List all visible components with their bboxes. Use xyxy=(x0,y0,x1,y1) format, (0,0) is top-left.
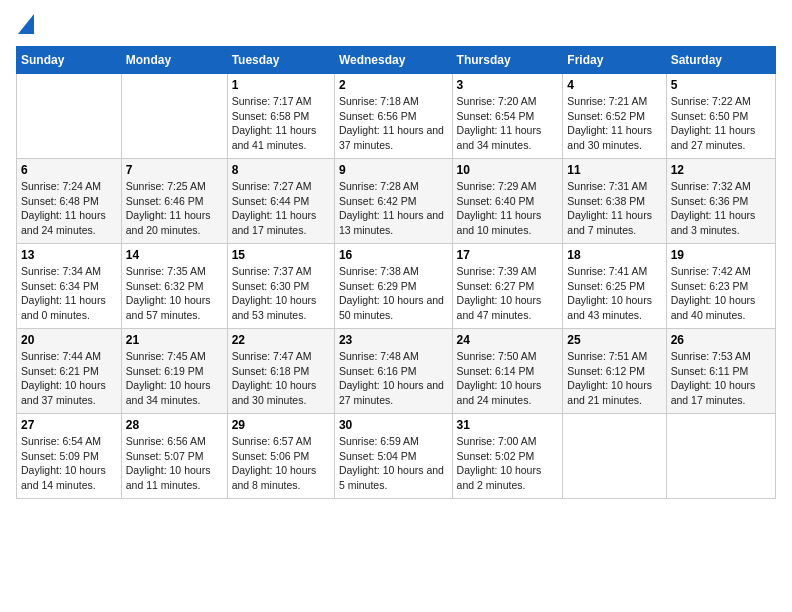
day-info: Sunrise: 7:51 AM Sunset: 6:12 PM Dayligh… xyxy=(567,349,661,408)
calendar-cell: 6Sunrise: 7:24 AM Sunset: 6:48 PM Daylig… xyxy=(17,159,122,244)
calendar-cell: 5Sunrise: 7:22 AM Sunset: 6:50 PM Daylig… xyxy=(666,74,775,159)
day-info: Sunrise: 7:47 AM Sunset: 6:18 PM Dayligh… xyxy=(232,349,330,408)
day-number: 19 xyxy=(671,248,771,262)
day-info: Sunrise: 7:50 AM Sunset: 6:14 PM Dayligh… xyxy=(457,349,559,408)
day-number: 11 xyxy=(567,163,661,177)
day-number: 3 xyxy=(457,78,559,92)
weekday-header: Thursday xyxy=(452,47,563,74)
weekday-header-row: SundayMondayTuesdayWednesdayThursdayFrid… xyxy=(17,47,776,74)
calendar-cell: 15Sunrise: 7:37 AM Sunset: 6:30 PM Dayli… xyxy=(227,244,334,329)
calendar-table: SundayMondayTuesdayWednesdayThursdayFrid… xyxy=(16,46,776,499)
calendar-cell: 25Sunrise: 7:51 AM Sunset: 6:12 PM Dayli… xyxy=(563,329,666,414)
weekday-header: Sunday xyxy=(17,47,122,74)
calendar-cell: 23Sunrise: 7:48 AM Sunset: 6:16 PM Dayli… xyxy=(334,329,452,414)
day-info: Sunrise: 7:37 AM Sunset: 6:30 PM Dayligh… xyxy=(232,264,330,323)
day-number: 2 xyxy=(339,78,448,92)
calendar-cell: 18Sunrise: 7:41 AM Sunset: 6:25 PM Dayli… xyxy=(563,244,666,329)
calendar-cell xyxy=(666,414,775,499)
day-info: Sunrise: 6:56 AM Sunset: 5:07 PM Dayligh… xyxy=(126,434,223,493)
day-info: Sunrise: 7:18 AM Sunset: 6:56 PM Dayligh… xyxy=(339,94,448,153)
day-info: Sunrise: 7:35 AM Sunset: 6:32 PM Dayligh… xyxy=(126,264,223,323)
day-info: Sunrise: 7:27 AM Sunset: 6:44 PM Dayligh… xyxy=(232,179,330,238)
weekday-header: Tuesday xyxy=(227,47,334,74)
calendar-cell: 28Sunrise: 6:56 AM Sunset: 5:07 PM Dayli… xyxy=(121,414,227,499)
day-info: Sunrise: 7:17 AM Sunset: 6:58 PM Dayligh… xyxy=(232,94,330,153)
calendar-cell: 19Sunrise: 7:42 AM Sunset: 6:23 PM Dayli… xyxy=(666,244,775,329)
day-number: 20 xyxy=(21,333,117,347)
calendar-cell: 7Sunrise: 7:25 AM Sunset: 6:46 PM Daylig… xyxy=(121,159,227,244)
day-number: 23 xyxy=(339,333,448,347)
day-info: Sunrise: 7:25 AM Sunset: 6:46 PM Dayligh… xyxy=(126,179,223,238)
calendar-week-row: 20Sunrise: 7:44 AM Sunset: 6:21 PM Dayli… xyxy=(17,329,776,414)
calendar-cell: 1Sunrise: 7:17 AM Sunset: 6:58 PM Daylig… xyxy=(227,74,334,159)
calendar-cell: 9Sunrise: 7:28 AM Sunset: 6:42 PM Daylig… xyxy=(334,159,452,244)
day-info: Sunrise: 7:48 AM Sunset: 6:16 PM Dayligh… xyxy=(339,349,448,408)
day-info: Sunrise: 7:45 AM Sunset: 6:19 PM Dayligh… xyxy=(126,349,223,408)
day-info: Sunrise: 7:29 AM Sunset: 6:40 PM Dayligh… xyxy=(457,179,559,238)
calendar-cell: 2Sunrise: 7:18 AM Sunset: 6:56 PM Daylig… xyxy=(334,74,452,159)
day-number: 21 xyxy=(126,333,223,347)
weekday-header: Wednesday xyxy=(334,47,452,74)
calendar-cell: 13Sunrise: 7:34 AM Sunset: 6:34 PM Dayli… xyxy=(17,244,122,329)
logo xyxy=(16,16,34,34)
calendar-cell xyxy=(17,74,122,159)
day-number: 25 xyxy=(567,333,661,347)
calendar-cell: 29Sunrise: 6:57 AM Sunset: 5:06 PM Dayli… xyxy=(227,414,334,499)
day-number: 31 xyxy=(457,418,559,432)
day-info: Sunrise: 7:31 AM Sunset: 6:38 PM Dayligh… xyxy=(567,179,661,238)
calendar-cell: 22Sunrise: 7:47 AM Sunset: 6:18 PM Dayli… xyxy=(227,329,334,414)
day-number: 29 xyxy=(232,418,330,432)
day-info: Sunrise: 7:20 AM Sunset: 6:54 PM Dayligh… xyxy=(457,94,559,153)
calendar-cell: 3Sunrise: 7:20 AM Sunset: 6:54 PM Daylig… xyxy=(452,74,563,159)
calendar-cell: 4Sunrise: 7:21 AM Sunset: 6:52 PM Daylig… xyxy=(563,74,666,159)
day-info: Sunrise: 7:34 AM Sunset: 6:34 PM Dayligh… xyxy=(21,264,117,323)
day-info: Sunrise: 7:22 AM Sunset: 6:50 PM Dayligh… xyxy=(671,94,771,153)
day-info: Sunrise: 7:53 AM Sunset: 6:11 PM Dayligh… xyxy=(671,349,771,408)
day-number: 13 xyxy=(21,248,117,262)
day-number: 22 xyxy=(232,333,330,347)
calendar-cell: 11Sunrise: 7:31 AM Sunset: 6:38 PM Dayli… xyxy=(563,159,666,244)
day-info: Sunrise: 7:21 AM Sunset: 6:52 PM Dayligh… xyxy=(567,94,661,153)
day-number: 27 xyxy=(21,418,117,432)
weekday-header: Saturday xyxy=(666,47,775,74)
calendar-week-row: 1Sunrise: 7:17 AM Sunset: 6:58 PM Daylig… xyxy=(17,74,776,159)
day-number: 17 xyxy=(457,248,559,262)
day-number: 14 xyxy=(126,248,223,262)
day-info: Sunrise: 7:24 AM Sunset: 6:48 PM Dayligh… xyxy=(21,179,117,238)
day-number: 5 xyxy=(671,78,771,92)
day-number: 7 xyxy=(126,163,223,177)
day-number: 18 xyxy=(567,248,661,262)
calendar-cell: 21Sunrise: 7:45 AM Sunset: 6:19 PM Dayli… xyxy=(121,329,227,414)
svg-marker-0 xyxy=(18,14,34,34)
day-number: 8 xyxy=(232,163,330,177)
weekday-header: Monday xyxy=(121,47,227,74)
day-number: 1 xyxy=(232,78,330,92)
day-info: Sunrise: 6:59 AM Sunset: 5:04 PM Dayligh… xyxy=(339,434,448,493)
day-info: Sunrise: 7:32 AM Sunset: 6:36 PM Dayligh… xyxy=(671,179,771,238)
day-number: 30 xyxy=(339,418,448,432)
calendar-cell: 12Sunrise: 7:32 AM Sunset: 6:36 PM Dayli… xyxy=(666,159,775,244)
day-number: 16 xyxy=(339,248,448,262)
day-info: Sunrise: 7:38 AM Sunset: 6:29 PM Dayligh… xyxy=(339,264,448,323)
calendar-cell: 31Sunrise: 7:00 AM Sunset: 5:02 PM Dayli… xyxy=(452,414,563,499)
day-number: 26 xyxy=(671,333,771,347)
day-number: 12 xyxy=(671,163,771,177)
day-number: 15 xyxy=(232,248,330,262)
day-number: 4 xyxy=(567,78,661,92)
calendar-week-row: 13Sunrise: 7:34 AM Sunset: 6:34 PM Dayli… xyxy=(17,244,776,329)
calendar-cell: 27Sunrise: 6:54 AM Sunset: 5:09 PM Dayli… xyxy=(17,414,122,499)
day-number: 10 xyxy=(457,163,559,177)
day-number: 24 xyxy=(457,333,559,347)
calendar-cell xyxy=(563,414,666,499)
day-info: Sunrise: 6:57 AM Sunset: 5:06 PM Dayligh… xyxy=(232,434,330,493)
calendar-cell: 8Sunrise: 7:27 AM Sunset: 6:44 PM Daylig… xyxy=(227,159,334,244)
calendar-cell: 26Sunrise: 7:53 AM Sunset: 6:11 PM Dayli… xyxy=(666,329,775,414)
weekday-header: Friday xyxy=(563,47,666,74)
calendar-cell: 20Sunrise: 7:44 AM Sunset: 6:21 PM Dayli… xyxy=(17,329,122,414)
page-header xyxy=(16,16,776,34)
day-number: 9 xyxy=(339,163,448,177)
calendar-cell: 17Sunrise: 7:39 AM Sunset: 6:27 PM Dayli… xyxy=(452,244,563,329)
day-info: Sunrise: 7:44 AM Sunset: 6:21 PM Dayligh… xyxy=(21,349,117,408)
day-number: 28 xyxy=(126,418,223,432)
day-info: Sunrise: 7:41 AM Sunset: 6:25 PM Dayligh… xyxy=(567,264,661,323)
